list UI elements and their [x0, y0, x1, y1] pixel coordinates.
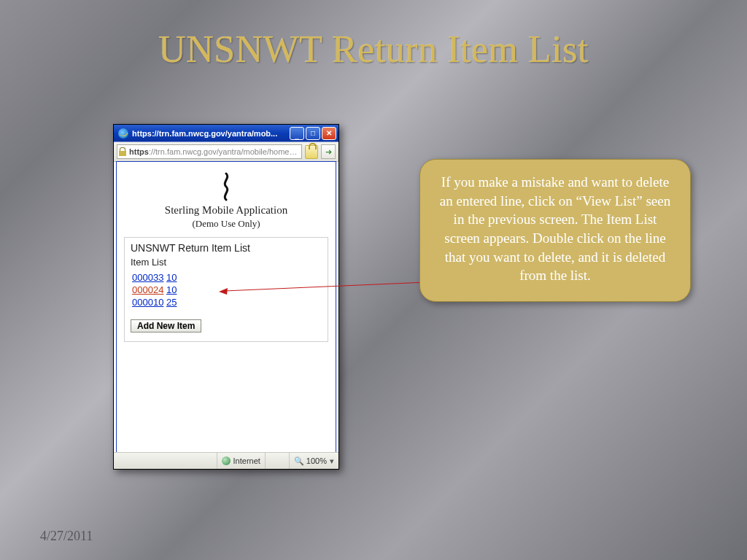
panel-heading: UNSNWT Return Item List	[131, 242, 322, 254]
item-code-link[interactable]: 000024	[132, 284, 163, 295]
status-zone: Internet	[217, 453, 265, 469]
window-title-text: https://trn.fam.nwcg.gov/yantra/mob...	[132, 129, 290, 138]
app-header: Sterling Mobile Application (Demo Use On…	[117, 162, 336, 230]
url-scheme: https	[129, 147, 149, 156]
browser-window: https://trn.fam.nwcg.gov/yantra/mob... _…	[113, 124, 339, 470]
page-content: Sterling Mobile Application (Demo Use On…	[116, 161, 336, 453]
svg-line-0	[225, 282, 427, 291]
close-button[interactable]: ✕	[322, 127, 336, 140]
app-logo-icon	[217, 172, 235, 201]
maximize-button[interactable]: □	[306, 127, 320, 140]
window-titlebar: https://trn.fam.nwcg.gov/yantra/mob... _…	[114, 125, 338, 141]
window-buttons: _ □ ✕	[290, 127, 336, 140]
item-qty-link[interactable]: 25	[166, 297, 177, 308]
url-text: ://trn.fam.nwcg.gov/yantra/mobile/home.j…	[149, 147, 299, 156]
callout-text: If you make a mistake and want to delete…	[440, 174, 670, 283]
minimize-button[interactable]: _	[290, 127, 304, 140]
zoom-value: 100%	[306, 456, 327, 465]
item-code-link[interactable]: 000033	[132, 272, 163, 283]
url-field[interactable]: https ://trn.fam.nwcg.gov/yantra/mobile/…	[117, 144, 302, 159]
lock-icon	[119, 147, 126, 156]
item-code-link[interactable]: 000010	[132, 297, 163, 308]
panel-subheading: Item List	[131, 257, 322, 268]
slide-date: 4/27/2011	[40, 529, 93, 544]
pointer-arrow	[219, 281, 430, 295]
svg-marker-1	[219, 288, 228, 295]
zoom-cell[interactable]: 🔍 100% ▾	[289, 453, 338, 469]
ie-icon	[118, 128, 128, 139]
slide-title: UNSNWT Return Item List	[0, 28, 747, 71]
address-bar: https ://trn.fam.nwcg.gov/yantra/mobile/…	[114, 141, 338, 162]
globe-icon	[222, 456, 231, 465]
list-item[interactable]: 000010 25	[132, 297, 322, 308]
secure-lock-icon	[305, 145, 319, 159]
app-title: Sterling Mobile Application	[117, 204, 336, 217]
status-zone-text: Internet	[233, 456, 260, 465]
item-qty-link[interactable]: 10	[166, 284, 177, 295]
zoom-icon: 🔍	[294, 456, 304, 466]
app-subtitle: (Demo Use Only)	[117, 218, 336, 230]
item-qty-link[interactable]: 10	[166, 272, 177, 283]
instruction-callout: If you make a mistake and want to delete…	[419, 159, 691, 302]
go-button[interactable]: ➜	[321, 144, 336, 159]
status-bar: Internet 🔍 100% ▾	[114, 452, 338, 469]
chevron-down-icon: ▾	[330, 456, 334, 466]
protected-mode-cell	[265, 453, 289, 469]
add-new-item-button[interactable]: Add New Item	[131, 319, 201, 332]
